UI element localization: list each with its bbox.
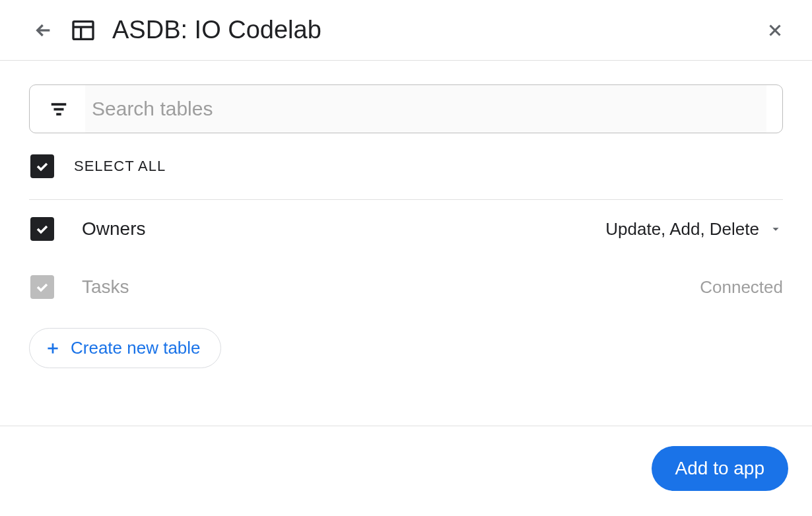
check-icon xyxy=(34,279,50,295)
svg-rect-5 xyxy=(56,113,61,115)
back-button[interactable] xyxy=(33,20,54,41)
dialog-content: SELECT ALL Owners Update, Add, Delete Ta… xyxy=(0,61,812,368)
status-label: Connected xyxy=(700,277,783,298)
database-icon xyxy=(70,17,96,44)
table-row: Tasks Connected xyxy=(29,258,783,316)
svg-rect-3 xyxy=(51,103,67,106)
table-checkbox-owners[interactable] xyxy=(30,217,54,241)
svg-rect-4 xyxy=(54,108,64,111)
search-input[interactable] xyxy=(85,85,766,133)
select-all-label: SELECT ALL xyxy=(74,158,166,175)
dialog-header: ASDB: IO Codelab xyxy=(0,0,812,61)
arrow-left-icon xyxy=(33,20,54,41)
filter-icon xyxy=(46,96,72,122)
plus-icon xyxy=(44,340,61,357)
close-button[interactable] xyxy=(764,20,786,41)
permissions-dropdown[interactable]: Update, Add, Delete xyxy=(605,219,783,240)
close-icon xyxy=(765,20,785,40)
table-name-label: Owners xyxy=(82,218,605,240)
table-row: Owners Update, Add, Delete xyxy=(29,200,783,258)
svg-rect-0 xyxy=(73,21,93,39)
create-table-button[interactable]: Create new table xyxy=(29,328,221,368)
create-table-label: Create new table xyxy=(71,338,201,358)
chevron-down-icon xyxy=(768,222,783,236)
check-icon xyxy=(34,221,50,237)
table-checkbox-tasks[interactable] xyxy=(30,275,54,299)
select-all-checkbox[interactable] xyxy=(30,154,54,178)
search-container xyxy=(29,84,783,133)
connection-status: Connected xyxy=(700,277,783,298)
dialog-title: ASDB: IO Codelab xyxy=(112,16,764,44)
create-table-row: Create new table xyxy=(29,316,783,368)
table-name-label: Tasks xyxy=(82,276,700,298)
check-icon xyxy=(34,158,50,174)
dialog-footer: Add to app xyxy=(0,426,812,511)
add-to-app-button[interactable]: Add to app xyxy=(652,446,788,491)
permissions-label: Update, Add, Delete xyxy=(605,219,759,240)
select-all-row[interactable]: SELECT ALL xyxy=(29,133,783,200)
